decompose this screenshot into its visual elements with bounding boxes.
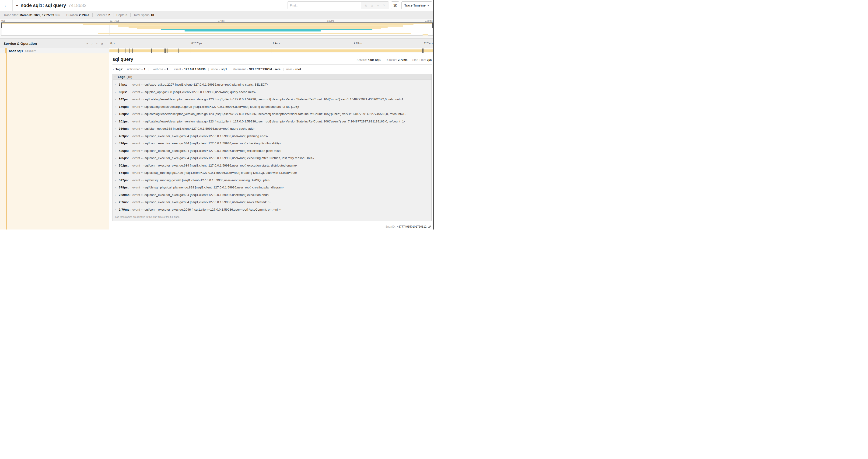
- log-timestamp: 2.7ms:: [119, 200, 132, 204]
- log-marker-tick[interactable]: [164, 48, 165, 53]
- log-marker-tick[interactable]: [188, 48, 188, 53]
- log-timestamp: 597μs:: [119, 178, 132, 182]
- log-marker-tick[interactable]: [118, 48, 119, 53]
- chevron-right-icon: ›: [115, 186, 119, 189]
- tag-pair: client=127.0.0.1:59936: [171, 68, 206, 71]
- log-message: event=‹sql/catalog/lease/descriptor_vers…: [132, 112, 406, 116]
- minimap-axis-tick-label: 2.09ms: [327, 20, 334, 22]
- chevron-right-icon: ›: [115, 179, 119, 182]
- span-detail-header[interactable]: sql query Service:node sql1 Duration:2.7…: [113, 57, 432, 62]
- log-message: event=‹sql/catalog/descs/descriptor.go:9…: [132, 105, 299, 108]
- chevron-right-icon: ›: [115, 149, 119, 153]
- log-message: event=‹sql/exec_util.go:2297 [nsql1,clie…: [132, 83, 268, 86]
- log-entry-row[interactable]: › 459μs: event=‹sql/conn_executor_exec.g…: [115, 134, 430, 138]
- log-marker-tick[interactable]: [167, 48, 168, 53]
- log-entry-row[interactable]: › 486μs: event=‹sql/conn_executor_exec.g…: [115, 149, 430, 153]
- view-selector-label: Trace Timeline: [404, 3, 426, 7]
- command-icon: ⌘: [393, 3, 397, 8]
- minimap-span-bar: [423, 34, 428, 35]
- find-input[interactable]: [287, 2, 361, 9]
- log-entry-row[interactable]: › 142μs: event=‹sql/catalog/lease/descri…: [115, 97, 430, 101]
- log-entry-row[interactable]: › 80μs: event=‹sql/plan_opt.go:358 [nsql…: [115, 90, 430, 94]
- log-marker-tick[interactable]: [422, 48, 423, 53]
- minimap-axis-tick-label: 1.4ms: [218, 20, 224, 22]
- log-marker-tick[interactable]: [131, 48, 131, 53]
- minimap-canvas[interactable]: [1, 22, 433, 35]
- log-entry-row[interactable]: › 189μs: event=‹sql/catalog/lease/descri…: [115, 112, 430, 116]
- span-detail-section: sql query Service:node sql1 Duration:2.7…: [0, 54, 434, 230]
- expand-collapse-tools: › › » »: [87, 42, 103, 45]
- log-message: event=‹sql/catalog/lease/descriptor_vers…: [132, 97, 404, 101]
- back-button[interactable]: ←: [0, 0, 12, 11]
- log-marker-tick[interactable]: [176, 48, 176, 53]
- log-entry-row[interactable]: › 201μs: event=‹sql/catalog/lease/descri…: [115, 120, 430, 123]
- chevron-right-icon: ›: [115, 193, 119, 197]
- log-entry-row[interactable]: › 2.69ms: event=‹sql/conn_executor_exec.…: [115, 193, 430, 197]
- log-entry-row[interactable]: › 2.79ms: event=‹sql/conn_executor_exec.…: [115, 208, 430, 211]
- log-timestamp: 486μs:: [119, 149, 132, 153]
- timeline-axis-tick-label: 697.75μs: [191, 42, 202, 44]
- log-entry-row[interactable]: › 574μs: event=‹sql/distsql_running.go:1…: [115, 171, 430, 174]
- locate-icon[interactable]: ◎: [365, 4, 367, 7]
- timeline-axis: 0μs697.75μs1.4ms2.09ms2.79ms: [109, 39, 434, 48]
- collapse-all-icon[interactable]: »: [95, 42, 99, 44]
- span-collapse-chevron-icon[interactable]: ›: [1, 51, 5, 51]
- log-marker-tick[interactable]: [151, 48, 152, 53]
- chevron-right-icon: ›: [113, 67, 114, 71]
- tags-accordion[interactable]: › Tags: _unfinished=1 _verbose=1 client=…: [113, 67, 432, 71]
- next-match-icon[interactable]: ∨: [377, 4, 379, 7]
- log-entry-row[interactable]: › 2.7ms: event=‹sql/conn_executor_exec.g…: [115, 200, 430, 204]
- span-name-cell[interactable]: › node sql1 sql query: [0, 48, 109, 54]
- service-color-stripe: [5, 48, 7, 54]
- log-marker-tick[interactable]: [165, 48, 166, 53]
- log-message: event=‹sql/plan_opt.go:358 [nsql1,client…: [132, 90, 256, 94]
- log-timestamp: 201μs:: [119, 120, 132, 123]
- log-timestamp: 366μs:: [119, 127, 132, 130]
- span-meta-item: Duration:2.79ms: [383, 58, 407, 62]
- keyboard-shortcuts-button[interactable]: ⌘: [391, 1, 399, 9]
- log-entry-row[interactable]: › 176μs: event=‹sql/catalog/descs/descri…: [115, 105, 430, 108]
- log-marker-tick[interactable]: [166, 48, 167, 53]
- tag-pair: statement=SELECT * FROM users: [230, 68, 280, 71]
- log-marker-tick[interactable]: [113, 48, 113, 53]
- span-detail-title: sql query: [113, 57, 133, 62]
- log-timestamp: 189μs:: [119, 112, 132, 116]
- chevron-right-icon: ›: [115, 127, 119, 130]
- collapse-trace-chevron-icon[interactable]: ›: [15, 5, 20, 6]
- log-entry-row[interactable]: › 495μs: event=‹sql/conn_executor_exec.g…: [115, 156, 430, 160]
- log-message: event=‹sql/distsql_running.go:1420 [nsql…: [132, 171, 297, 174]
- log-entry-row[interactable]: › 597μs: event=‹sql/distsql_running.go:4…: [115, 178, 430, 182]
- log-entry-row[interactable]: › 34μs: event=‹sql/exec_util.go:2297 [ns…: [115, 83, 430, 86]
- log-entry-row[interactable]: › 678μs: event=‹sql/distsql_physical_pla…: [115, 186, 430, 189]
- log-marker-tick[interactable]: [424, 48, 424, 53]
- tags-label: Tags:: [116, 68, 123, 71]
- viewport-left-scrubber[interactable]: [1, 23, 2, 28]
- expand-all-icon[interactable]: »: [101, 42, 103, 45]
- minimap-span-bar: [1, 23, 433, 24]
- trace-meta-item: Duration2.79ms: [63, 13, 89, 17]
- minimap-span-bar: [129, 27, 388, 28]
- chevron-right-icon: ›: [115, 112, 119, 116]
- log-message: event=‹sql/conn_executor_exec.go:2046 [n…: [132, 208, 281, 211]
- log-marker-tick[interactable]: [129, 48, 130, 53]
- page-scrollbar[interactable]: [433, 0, 434, 230]
- logs-title: Logs: [118, 75, 125, 78]
- logs-accordion-header[interactable]: › Logs (18): [113, 74, 431, 79]
- timeline-axis-tick-label: 0μs: [111, 42, 115, 44]
- minimap-span-bar: [118, 25, 403, 27]
- prev-match-icon[interactable]: ∧: [371, 4, 373, 7]
- log-entry-row[interactable]: › 366μs: event=‹sql/plan_opt.go:358 [nsq…: [115, 127, 430, 130]
- expand-one-icon[interactable]: ›: [91, 42, 93, 45]
- log-entry-row[interactable]: › 502μs: event=‹sql/conn_executor_exec.g…: [115, 164, 430, 167]
- log-message: event=‹sql/plan_opt.go:358 [nsql1,client…: [132, 127, 254, 130]
- copy-link-icon[interactable]: [428, 225, 431, 228]
- span-operation-name: sql query: [25, 50, 36, 52]
- log-entry-row[interactable]: › 476μs: event=‹sql/conn_executor_exec.g…: [115, 141, 430, 145]
- log-timestamp: 476μs:: [119, 141, 132, 145]
- view-selector-button[interactable]: Trace Timeline ∨: [401, 1, 432, 9]
- column-resize-grip[interactable]: [106, 42, 107, 45]
- span-timeline-cell[interactable]: [109, 48, 434, 54]
- collapse-one-icon[interactable]: ›: [86, 43, 89, 44]
- chevron-right-icon: ›: [115, 157, 119, 160]
- clear-find-icon[interactable]: ✕: [383, 4, 385, 7]
